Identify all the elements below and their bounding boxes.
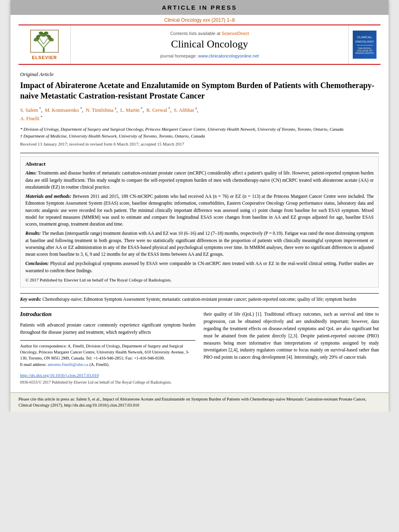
- page-wrapper: ARTICLE IN PRESS Clinical Oncology xxx (…: [10, 0, 389, 412]
- abstract-aims: Aims: Treatments and disease burden of m…: [25, 170, 374, 191]
- affiliations: * Division of Urology, Department of Sur…: [20, 126, 379, 139]
- homepage-url[interactable]: www.clinicaloncologyonline.net: [198, 53, 259, 58]
- abstract-text: Aims: Treatments and disease burden of m…: [25, 170, 374, 283]
- affiliation-1: * Division of Urology, Department of Sur…: [20, 126, 379, 133]
- footnote-text: Author for correspondence: A. Finelli, D…: [20, 343, 195, 362]
- contents-text: Contents lists available at: [170, 31, 220, 36]
- section-divider-3: [20, 307, 379, 308]
- footnote-email-label: E-mail address:: [20, 362, 47, 367]
- aims-label: Aims:: [25, 170, 37, 175]
- journal-logo-area: CLINICAL ONCOLOGY THE ROYAL COLLEGE OF R…: [348, 25, 380, 64]
- svg-line-1: [37, 41, 43, 48]
- svg-point-10: [39, 32, 43, 35]
- left-column: Introduction Patients with advanced pros…: [20, 311, 195, 384]
- author-grewal: R. Grewal: [146, 107, 167, 113]
- authors-line: S. Salem *, M. Komisarenko *, N. Timilsh…: [20, 106, 379, 123]
- journal-ref-text: Clinical Oncology xxx (2017) 1–8: [164, 17, 234, 23]
- results-label: Results:: [25, 231, 41, 236]
- abstract-results: Results: The median (interquartile range…: [25, 230, 374, 258]
- section-divider-2: [20, 293, 379, 294]
- affiliation-2: † Department of Medicine, University Hea…: [20, 133, 379, 140]
- elsevier-logo-area: ELSEVIER: [19, 25, 71, 64]
- doi-link[interactable]: http://dx.doi.org/10.1016/j.clon.2017.03…: [20, 373, 99, 378]
- elsevier-label: ELSEVIER: [32, 55, 57, 60]
- article-type: Original Article: [20, 71, 379, 78]
- journal-logo-box: CLINICAL ONCOLOGY THE ROYAL COLLEGE OF R…: [353, 31, 376, 59]
- homepage-url-text: www.clinicaloncologyonline.net: [198, 53, 259, 58]
- abstract-title: Abstract: [25, 161, 374, 167]
- journal-center: Contents lists available at ScienceDirec…: [71, 25, 348, 64]
- conclusion-label: Conclusion:: [25, 261, 49, 266]
- citation-footer: Please cite this article in press as: Sa…: [10, 392, 389, 412]
- contents-line: Contents lists available at ScienceDirec…: [170, 31, 249, 36]
- abstract-section: Abstract Aims: Treatments and disease bu…: [20, 156, 379, 288]
- keywords-section: Key words: Chemotherapy-naive; Edmonton …: [20, 297, 379, 302]
- results-text: The median (interquartile range) treatme…: [25, 231, 374, 257]
- aip-banner: ARTICLE IN PRESS: [10, 0, 389, 15]
- abstract-conclusion: Conclusion: Physical and psychological s…: [25, 260, 374, 274]
- journal-header: ELSEVIER Contents lists available at Sci…: [19, 25, 380, 65]
- footnote-email: antonio.finelli@uhn.ca: [47, 362, 88, 367]
- footnote-author-label: Author for correspondence:: [20, 344, 67, 348]
- author-finelli: A. Finelli: [20, 116, 39, 121]
- aip-banner-text: ARTICLE IN PRESS: [162, 4, 237, 11]
- homepage-line: journal homepage: www.clinicaloncologyon…: [160, 53, 259, 58]
- right-column: their quality of life (QoL) [1]. Traditi…: [204, 311, 379, 384]
- abstract-copyright: © 2017 Published by Elsevier Ltd on beha…: [25, 277, 374, 283]
- intro-paragraph-right: their quality of life (QoL) [1]. Traditi…: [204, 311, 379, 361]
- footnote-email-line: E-mail address: antonio.finelli@uhn.ca (…: [20, 362, 195, 368]
- author-timilshina: N. Timilshina: [86, 107, 113, 113]
- intro-text-1: Patients with advanced prostate cancer c…: [20, 322, 195, 335]
- sciencedirect-text: ScienceDirect: [222, 31, 249, 36]
- author-alibhai: S. Alibhai: [174, 107, 194, 113]
- author-komisarenko: M. Komisarenko: [45, 107, 79, 113]
- two-column-layout: Introduction Patients with advanced pros…: [20, 311, 379, 384]
- methods-label: Materials and methods:: [25, 194, 71, 199]
- introduction-heading: Introduction: [20, 311, 195, 318]
- author-martin: L. Martin: [120, 107, 140, 113]
- svg-point-13: [49, 38, 51, 39]
- keywords-label: Key words:: [20, 297, 41, 302]
- abstract-methods: Materials and methods: Between 2011 and …: [25, 193, 374, 228]
- intro-text-right: their quality of life (QoL) [1]. Traditi…: [204, 312, 379, 359]
- svg-rect-0: [43, 48, 45, 52]
- footnote-area: Author for correspondence: A. Finelli, D…: [20, 340, 195, 368]
- doi-url: http://dx.doi.org/10.1016/j.clon.2017.03…: [20, 373, 99, 378]
- svg-point-11: [44, 32, 48, 35]
- issn-line: 0936-6555/© 2017 Published by Elsevier L…: [20, 380, 195, 384]
- journal-ref-line: Clinical Oncology xxx (2017) 1–8: [10, 15, 389, 25]
- svg-point-14: [43, 33, 44, 35]
- received-line: Received 13 January 2017; received in re…: [20, 142, 379, 146]
- elsevier-tree-icon: [29, 29, 61, 53]
- methods-text: Between 2011 and 2015, 189 CN-mCRPC pati…: [25, 194, 374, 226]
- sciencedirect-link[interactable]: ScienceDirect: [222, 31, 249, 36]
- journal-name: Clinical Oncology: [171, 38, 248, 50]
- conclusion-text: Physical and psychological symptoms asse…: [25, 261, 374, 273]
- svg-point-12: [36, 38, 38, 39]
- aims-text: Treatments and disease burden of metasta…: [25, 170, 374, 189]
- doi-area: http://dx.doi.org/10.1016/j.clon.2017.03…: [20, 372, 195, 378]
- author-salem: S. Salem: [20, 107, 38, 113]
- main-content: Original Article Impact of Abiraterone A…: [10, 65, 389, 388]
- citation-text: Please cite this article in press as: Sa…: [19, 397, 366, 408]
- footnote-email-suffix: (A. Finelli).: [89, 362, 109, 367]
- intro-paragraph-1: Patients with advanced prostate cancer c…: [20, 322, 195, 336]
- homepage-text: journal homepage:: [160, 53, 197, 58]
- keywords-text: Chemotherapy-naive; Edmonton Symptom Ass…: [43, 297, 356, 302]
- article-title: Impact of Abiraterone Acetate and Enzalu…: [20, 80, 379, 101]
- svg-line-2: [43, 41, 50, 48]
- footnote-email-link[interactable]: antonio.finelli@uhn.ca: [47, 362, 89, 367]
- section-divider-1: [20, 153, 379, 153]
